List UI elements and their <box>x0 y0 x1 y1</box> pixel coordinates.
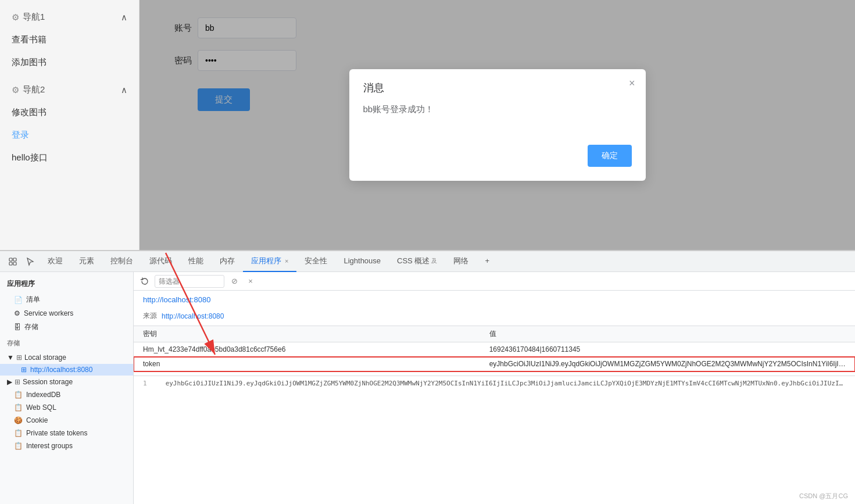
websql-icon: 📋 <box>14 403 23 412</box>
tab-console[interactable]: 控制台 <box>102 251 141 272</box>
left-item-private-state[interactable]: 📋 Private state tokens <box>0 427 133 439</box>
value-header: 值 <box>480 326 855 342</box>
tab-css[interactable]: CSS 概述 及 <box>389 251 445 272</box>
dialog: 消息 × bb账号登录成功！ 确定 <box>349 69 646 181</box>
nav1-label: 导航1 <box>23 12 45 23</box>
sidebar-item-login[interactable]: 登录 <box>0 124 139 146</box>
svg-rect-2 <box>13 258 16 261</box>
row2-key: token <box>134 357 480 371</box>
tab-css-label: CSS 概述 <box>397 256 430 266</box>
close-tab-icon[interactable]: × <box>285 258 288 264</box>
tab-memory[interactable]: 内存 <box>212 251 243 272</box>
interest-groups-icon: 📋 <box>14 442 23 450</box>
left-item-manifest[interactable]: 📄 清单 <box>0 292 133 307</box>
left-panel-title: 应用程序 <box>0 277 133 291</box>
sidebar-editbook-label: 修改图书 <box>12 107 46 118</box>
serviceworkers-label: Service workers <box>24 309 73 317</box>
localhost-label: http://localhost:8080 <box>30 366 92 374</box>
bottom-section: 1 eyJhbGciOiJIUzI1NiJ9.eyJqdGkiOiJjOWM1M… <box>134 371 855 405</box>
left-item-cookie[interactable]: 🍪 Cookie <box>0 414 133 427</box>
tab-elements[interactable]: 元素 <box>71 251 102 272</box>
row1-value: 1692436170484|1660711345 <box>480 342 855 357</box>
tab-more[interactable]: + <box>477 251 498 272</box>
tab-performance[interactable]: 性能 <box>180 251 212 272</box>
sidebar-nav1-header[interactable]: ⚙ 导航1 ∧ <box>0 6 139 28</box>
chevron-right-ss: ▶ <box>7 378 12 386</box>
refresh-icon[interactable] <box>138 275 151 288</box>
tab-source-label: 源代码 <box>149 256 172 266</box>
main-content: 账号 密码 提交 消息 × bb账号登录成功！ 确定 <box>139 0 855 250</box>
tab-application[interactable]: 应用程序 × <box>243 251 296 272</box>
right-content: http://localhost:8080 来源 http://localhos… <box>134 291 855 504</box>
sidebar-books-label: 查看书籍 <box>12 34 46 45</box>
storage-table: 密钥 值 Hm_lvt_4233e74dff0ae5bd0a3d81c6ccf7… <box>134 326 855 371</box>
table-row-token[interactable]: token eyJhbGciOiJIUzI1NiJ9.eyJqdGkiOiJjO… <box>134 357 855 371</box>
dialog-footer: 确定 <box>363 145 632 167</box>
sidebar: ⚙ 导航1 ∧ 查看书籍 添加图书 ⚙ 导航2 ∧ 修改图书 登录 hello接… <box>0 0 139 250</box>
tab-network-label: 网络 <box>453 256 468 266</box>
tab-welcome[interactable]: 欢迎 <box>40 251 71 272</box>
left-item-localhost[interactable]: ⊞ http://localhost:8080 <box>0 364 133 376</box>
indexeddb-icon: 📋 <box>14 391 23 399</box>
tab-performance-label: 性能 <box>188 256 203 266</box>
left-panel: 应用程序 📄 清单 ⚙ Service workers 🗄 存储 存储 ▼ ⊞ … <box>0 272 134 504</box>
tab-network[interactable]: 网络 <box>445 251 477 272</box>
row1-key: Hm_lvt_4233e74dff0ae5bd0a3d81c6ccf756e6 <box>134 342 480 357</box>
gear-icon-nav1: ⚙ <box>12 12 19 23</box>
sidebar-hello-label: hello接口 <box>12 152 48 163</box>
storage-label: 存储 <box>24 322 38 332</box>
grid-icon-ss: ⊞ <box>15 378 20 386</box>
url-header: http://localhost:8080 <box>134 291 855 309</box>
clear-icon[interactable]: × <box>244 275 257 288</box>
nav2-label: 导航2 <box>23 84 45 95</box>
tab-source[interactable]: 源代码 <box>141 251 180 272</box>
app-area: ⚙ 导航1 ∧ 查看书籍 添加图书 ⚙ 导航2 ∧ 修改图书 登录 hello接… <box>0 0 855 250</box>
devtools-icon-cursor[interactable] <box>22 253 38 270</box>
dialog-overlay: 消息 × bb账号登录成功！ 确定 <box>139 0 855 250</box>
left-item-serviceworkers[interactable]: ⚙ Service workers <box>0 307 133 320</box>
tab-security-label: 安全性 <box>305 256 327 266</box>
sidebar-item-editbook[interactable]: 修改图书 <box>0 101 139 124</box>
tab-memory-label: 内存 <box>220 256 235 266</box>
row2-value: eyJhbGciOiJIUzI1NiJ9.eyJqdGkiOiJjOWM1MGZ… <box>480 357 855 371</box>
private-state-icon: 📋 <box>14 429 23 437</box>
manifest-label: 清单 <box>26 295 40 305</box>
tab-security[interactable]: 安全性 <box>296 251 335 272</box>
left-item-storage[interactable]: 🗄 存储 <box>0 320 133 334</box>
dialog-title: 消息 <box>363 81 632 95</box>
plus-icon: + <box>485 256 489 265</box>
private-state-label: Private state tokens <box>26 429 87 437</box>
tab-css-beta: 及 <box>431 257 437 265</box>
left-item-interest-groups[interactable]: 📋 Interest groups <box>0 439 133 452</box>
sidebar-item-books[interactable]: 查看书籍 <box>0 28 139 51</box>
session-storage-group[interactable]: ▶ ⊞ Session storage <box>0 376 133 388</box>
svg-rect-1 <box>9 262 12 265</box>
table-row[interactable]: Hm_lvt_4233e74dff0ae5bd0a3d81c6ccf756e6 … <box>134 342 855 357</box>
source-value: http://localhost:8080 <box>162 312 224 320</box>
local-storage-group[interactable]: ▼ ⊞ Local storage <box>0 351 133 364</box>
token-value-text: eyJhbGciOiJIUzI1NiJ9.eyJqdGkiOiJjOWM1MGZ… <box>166 380 855 387</box>
dialog-close-button[interactable]: × <box>629 77 635 90</box>
websql-label: Web SQL <box>26 403 56 412</box>
filter-input[interactable] <box>155 275 224 288</box>
dialog-confirm-button[interactable]: 确定 <box>588 145 632 167</box>
chevron-up-nav1: ∧ <box>121 12 127 23</box>
local-storage-label: Local storage <box>24 353 66 362</box>
session-storage-label: Session storage <box>23 378 73 386</box>
sidebar-item-addbook[interactable]: 添加图书 <box>0 51 139 74</box>
devtools-tabs-bar: 欢迎 元素 控制台 源代码 性能 内存 应用程序 × 安全性 Lighthous… <box>0 251 855 272</box>
indexeddb-label: IndexedDB <box>26 391 60 399</box>
grid-icon-ls: ⊞ <box>16 353 22 362</box>
cancel-filter-icon[interactable]: ⊘ <box>228 275 241 288</box>
watermark: CSDN @五月CG <box>799 492 848 501</box>
source-row: 来源 http://localhost:8080 <box>134 309 855 323</box>
tab-lighthouse[interactable]: Lighthouse <box>335 251 389 272</box>
left-item-indexeddb[interactable]: 📋 IndexedDB <box>0 388 133 401</box>
cookie-label: Cookie <box>26 416 48 424</box>
left-item-websql[interactable]: 📋 Web SQL <box>0 401 133 414</box>
sidebar-item-hello[interactable]: hello接口 <box>0 146 139 169</box>
devtools-panel: 欢迎 元素 控制台 源代码 性能 内存 应用程序 × 安全性 Lighthous… <box>0 250 855 504</box>
manifest-icon: 📄 <box>14 296 23 304</box>
sidebar-nav2-header[interactable]: ⚙ 导航2 ∧ <box>0 78 139 101</box>
devtools-icon-inspect[interactable] <box>5 253 21 270</box>
